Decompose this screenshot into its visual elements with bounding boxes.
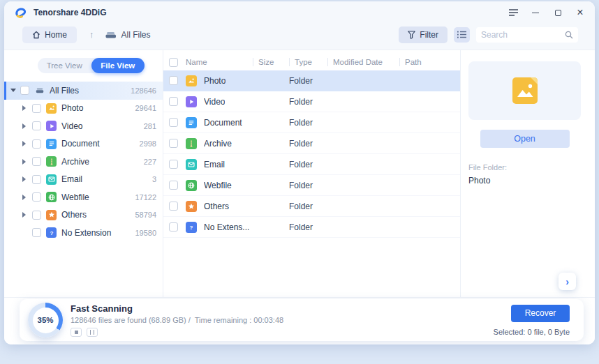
sidebar-item-label: Webfile [61,192,135,202]
chevron-right-icon[interactable] [22,123,32,129]
open-button[interactable]: Open [480,130,570,148]
checkbox[interactable] [169,139,178,148]
next-page-button[interactable]: › [559,273,576,290]
close-button[interactable]: × [575,8,585,17]
table-row-archive[interactable]: ArchiveFolder [163,133,460,154]
sidebar-item-video[interactable]: Video281 [4,117,163,135]
checkbox[interactable] [169,97,178,106]
row-type: Folder [289,139,327,149]
chevron-right-icon[interactable] [22,195,32,200]
sidebar-item-no-extension[interactable]: ?No Extension19580 [4,224,163,242]
photo-folder-icon [186,75,197,86]
others-folder-icon [46,210,57,220]
checkbox[interactable] [32,139,41,149]
checkbox[interactable] [169,181,178,190]
table-row-email[interactable]: EmailFolder [163,154,460,175]
file-meta-label: File Folder: [468,163,581,172]
app-logo-icon [14,6,28,20]
home-button[interactable]: Home [22,26,77,43]
checkbox[interactable] [32,121,41,130]
table-row-others[interactable]: OthersFolder [163,196,460,217]
maximize-button[interactable] [553,8,563,17]
checkbox[interactable] [169,222,178,232]
column-header-path[interactable]: Path [399,58,460,66]
table-header: Name Size Type Modified Date Path [163,54,460,70]
scan-controls [71,328,283,337]
checkbox[interactable] [32,228,41,237]
column-header-name[interactable]: Name [186,58,253,66]
checkbox[interactable] [32,211,41,220]
chevron-right-icon[interactable] [22,105,32,111]
checkbox[interactable] [32,157,41,166]
document-folder-icon [46,139,57,149]
checkbox[interactable] [32,175,41,184]
table-row-noext[interactable]: ?No Extens...Folder [163,217,460,238]
tab-file-view[interactable]: File View [91,58,145,73]
archive-folder-icon [186,138,197,149]
pause-scan-button[interactable] [87,328,98,337]
archive-folder-icon [46,156,57,167]
table-body: PhotoFolderVideoFolderDocumentFolderArch… [163,70,460,238]
checkbox[interactable] [20,86,29,95]
menu-icon[interactable] [508,8,518,17]
email-folder-icon [186,159,197,170]
chevron-down-icon[interactable] [10,89,20,92]
checkbox[interactable] [169,76,178,85]
row-name: No Extens... [204,222,249,232]
others-folder-icon [186,201,197,212]
sidebar-item-webfile[interactable]: Webfile17122 [4,188,163,206]
preview-panel: Open File Folder: Photo › [460,50,595,297]
video-folder-icon [46,121,57,131]
tab-tree-view[interactable]: Tree View [38,58,91,73]
sidebar-item-label: Document [61,139,140,149]
footer: 35% Fast Scanning 128646 files are found… [4,298,595,344]
sidebar-item-archive[interactable]: Archive227 [4,153,163,171]
column-header-type[interactable]: Type [289,58,327,66]
stop-scan-button[interactable] [71,328,82,337]
breadcrumb[interactable]: All Files [105,30,151,40]
checkbox[interactable] [169,118,178,127]
column-header-modified[interactable]: Modified Date [327,58,399,66]
scan-progress-ring: 35% [28,303,63,338]
view-toggle: Tree ViewFile View [38,58,145,73]
file-count: 19580 [135,229,156,237]
up-arrow-icon[interactable]: ↑ [89,29,94,40]
funnel-icon [408,31,415,39]
sidebar-item-others[interactable]: Others58794 [4,206,163,225]
row-type: Folder [289,160,327,169]
recover-button[interactable]: Recover [511,305,570,322]
checkbox[interactable] [32,104,41,113]
table-row-document[interactable]: DocumentFolder [163,112,460,133]
search-icon[interactable] [565,31,573,39]
chevron-right-icon[interactable] [22,159,32,165]
minimize-button[interactable] [531,8,540,17]
select-all-checkbox[interactable] [169,58,178,67]
chevron-right-icon[interactable] [22,141,32,146]
sidebar-item-label: Archive [61,157,144,167]
table-row-video[interactable]: VideoFolder [163,91,460,112]
sidebar-item-photo[interactable]: Photo29641 [4,100,163,118]
checkbox[interactable] [169,202,178,211]
column-header-size[interactable]: Size [253,58,289,66]
checkbox[interactable] [32,192,41,202]
photo-preview-icon [509,75,541,107]
app-window: Tenorshare 4DDiG × Home ↑ All Files Filt… [4,1,595,344]
list-view-button[interactable] [454,27,470,43]
sidebar-item-label: Photo [61,103,135,113]
svg-text:?: ? [190,224,193,230]
svg-text:?: ? [50,230,53,236]
table-row-webfile[interactable]: WebfileFolder [163,175,460,196]
checkbox[interactable] [169,160,178,169]
sidebar-item-email[interactable]: Email3 [4,171,163,189]
search-input[interactable] [481,30,561,40]
file-count: 29641 [135,104,156,112]
sidebar-item-document[interactable]: Document2998 [4,135,163,153]
content-area: Tree ViewFile View All Files128646Photo2… [4,50,595,298]
table-row-photo[interactable]: PhotoFolder [163,70,460,91]
sidebar-item-all-files[interactable]: All Files128646 [4,82,163,100]
filter-button[interactable]: Filter [399,26,448,43]
chevron-right-icon[interactable] [22,176,32,182]
chevron-right-icon[interactable] [22,212,32,218]
toolbar: Home ↑ All Files Filter [4,24,595,50]
footer-right: Recover Selected: 0 file, 0 Byte [494,305,570,336]
